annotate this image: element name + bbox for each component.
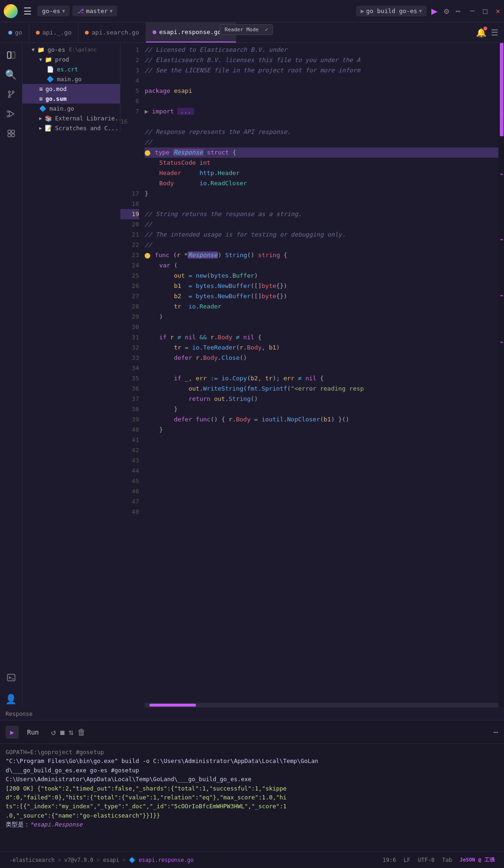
settings-icon[interactable]: ☰ [491, 28, 498, 37]
bottom-breadcrumb: Response [0, 707, 504, 721]
line-numbers: 1 2 3 4 5 6 7 16 17 18 19 20 21 22 [120, 43, 145, 707]
code-line-1: // Licensed to Elasticsearch B.V. under [145, 45, 498, 55]
code-line-33: b2 = bytes.NewBuffer([]byte{}) [145, 291, 498, 301]
sidebar-item-scratches[interactable]: ▶ 📝 Scratches and C... [22, 123, 120, 133]
tab-dot-search [85, 31, 89, 35]
restart-icon[interactable]: ↺ [51, 727, 56, 737]
terminal-icon[interactable] [3, 669, 20, 686]
code-line-40 [145, 363, 498, 373]
code-line-47 [145, 435, 498, 445]
file-text: 🔷 esapi.response.go [129, 857, 194, 863]
svg-rect-10 [12, 130, 14, 133]
terminal-line-3: d\___go_build_go_es.exe go-es #gosetup [6, 766, 498, 775]
svg-marker-6 [9, 111, 14, 117]
code-line-29: func (r *Response) String() string { [145, 250, 498, 260]
sidebar-item-go-sum[interactable]: ≡ go.sum [22, 94, 120, 104]
code-line-20: StatusCode int [145, 158, 498, 168]
user-icon[interactable]: 👤 [3, 691, 20, 707]
run-button-main[interactable]: Run [23, 727, 42, 738]
v-scrollbar-thumb[interactable] [500, 43, 504, 136]
svg-rect-11 [8, 134, 11, 137]
indent-status: Tab [438, 857, 456, 863]
code-line-25: // String returns the response as a stri… [145, 209, 498, 219]
search-icon[interactable]: 🔍 [3, 66, 20, 83]
sidebar-toggle-icon[interactable] [3, 47, 20, 63]
debug-icon[interactable]: ⚙ [442, 4, 451, 18]
code-line-6 [145, 96, 498, 106]
code-line-32: b1 = bytes.NewBuffer([]byte{}) [145, 281, 498, 291]
code-line-43: return out.String() [145, 394, 498, 404]
project-selector[interactable]: go-es ▼ [37, 6, 70, 16]
code-line-42: out.WriteString(fmt.Sprintf("<error read… [145, 384, 498, 394]
sidebar-item-go-es[interactable]: ▼ 📁 go-es E:\golanc [22, 45, 120, 55]
svg-point-2 [8, 91, 10, 93]
tab-api-search[interactable]: api.search.go [78, 22, 146, 42]
project-name: go-es [42, 7, 60, 14]
encoding-status: UTF-8 [414, 857, 438, 863]
notification-bell[interactable]: 🔔 [476, 28, 486, 37]
line-ending-status: LF [400, 857, 414, 863]
more-icon[interactable]: ⋯ [454, 4, 462, 18]
app-layout: ☰ go-es ▼ ⎇ master ▼ ▶ go build go-es ▼ … [0, 0, 504, 868]
minimap-mark-1 [500, 113, 503, 114]
code-line-7: ▶ import ... [145, 106, 498, 117]
sidebar-item-main-go[interactable]: 🔷 main.go [22, 104, 120, 113]
app-logo [4, 4, 18, 18]
sidebar-item-main-go-prod[interactable]: 🔷 main.go [22, 74, 120, 84]
branch-selector[interactable]: ⎇ master ▼ [72, 6, 117, 16]
code-line-19: type Response struct { [145, 147, 498, 158]
tab-api-go[interactable]: api._.go [29, 22, 79, 42]
sidebar-item-es-crt[interactable]: 📄 es.crt [22, 64, 120, 74]
terminal-line-5: [200 OK] {"took":2,"timed_out":false,"_s… [6, 784, 498, 793]
minimize-button[interactable]: ─ [470, 7, 475, 15]
editor-main[interactable]: 1 2 3 4 5 6 7 16 17 18 19 20 21 22 [120, 43, 498, 707]
run-config[interactable]: ▶ go build go-es ▼ [356, 6, 427, 16]
run-config-icon: ▶ [361, 7, 364, 14]
code-area: 1 2 3 4 5 6 7 16 17 18 19 20 21 22 [120, 43, 498, 707]
code-line-3: // See the LICENSE file in the project r… [145, 65, 498, 76]
minimap-mark-5 [500, 342, 503, 343]
terminal-line-7: ts":[{"_index":"my_index","_type":"_doc"… [6, 802, 498, 811]
minimap-mark-2 [500, 174, 503, 175]
terminal-line-9: 类型是：*esapi.Response [6, 820, 498, 829]
tab-dot-esapi [153, 30, 156, 34]
horizontal-scrollbar[interactable] [145, 703, 498, 707]
run-button[interactable]: ▶ [429, 3, 439, 19]
maximize-button[interactable]: □ [483, 7, 488, 15]
notification-dot [483, 27, 487, 30]
git-icon[interactable] [3, 86, 20, 103]
sidebar-item-go-mod[interactable]: ≡ go.mod [22, 84, 120, 94]
code-line-18: // [145, 137, 498, 147]
sidebar-item-prod[interactable]: ▼ 📁 prod [22, 55, 120, 64]
breadcrumb-text: -elasticsearch [9, 857, 55, 863]
reader-mode-badge: Reader Mode ✓ [220, 24, 273, 35]
run-debug-icon[interactable] [3, 105, 20, 122]
tab-go[interactable]: go [2, 22, 29, 42]
run-more-icon[interactable]: ⋯ [493, 727, 498, 737]
code-line-41: if _, err := io.Copy(b2, tr); err ≠ nil … [145, 373, 498, 384]
svg-point-3 [12, 91, 14, 93]
clear-icon[interactable]: 🗑 [77, 727, 86, 737]
menu-icon[interactable]: ☰ [21, 6, 35, 17]
filter-icon[interactable]: ⇅ [69, 727, 74, 737]
sidebar-item-external-libs[interactable]: ▶ 📚 External Librarie... [22, 113, 120, 123]
terminal-line-2: "C:\Program Files\Go\bin\go.exe" build -… [6, 756, 498, 765]
code-line-35: ) [145, 312, 498, 322]
stop-icon[interactable]: ◼ [60, 727, 65, 737]
code-line-31: out = new(bytes.Buffer) [145, 271, 498, 281]
close-button[interactable]: ✕ [496, 7, 500, 15]
minimap-mark-3 [500, 239, 503, 240]
code-line-36 [145, 322, 498, 332]
version-text: v7@v7.9.0 [64, 857, 93, 863]
code-line-48 [145, 445, 498, 455]
tab-esapi-response[interactable]: esapi.response.go ✕ Reader Mode ✓ [146, 22, 236, 42]
code-line-5: package esapi [145, 86, 498, 96]
code-line-45: defer func() { r.Body = ioutil.NopCloser… [145, 414, 498, 425]
code-line-44: } [145, 404, 498, 414]
tab-label-api: api._.go [42, 29, 72, 36]
branch-name: master [86, 7, 108, 14]
h-scrollbar-thumb[interactable] [149, 704, 196, 707]
code-line-28: // [145, 240, 498, 250]
svg-point-4 [8, 96, 10, 98]
plugins-icon[interactable] [3, 125, 20, 142]
